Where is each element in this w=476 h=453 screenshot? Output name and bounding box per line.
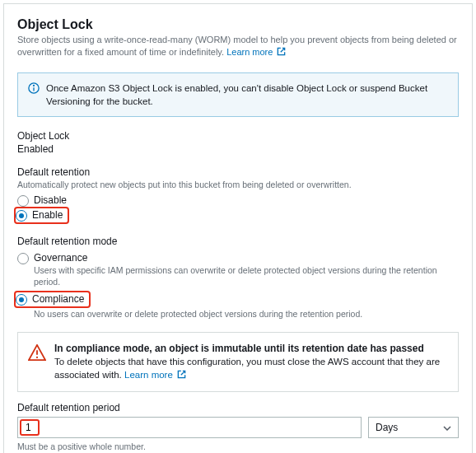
warning-body-text: To delete objects that have this configu… [54, 357, 440, 380]
radio-icon [16, 294, 27, 306]
warning-learn-more-link[interactable]: Learn more [124, 370, 186, 380]
object-lock-status-value: Enabled [17, 143, 459, 155]
highlight-enable: Enable [14, 207, 69, 224]
info-alert: Once Amazon S3 Object Lock is enabled, y… [17, 72, 459, 117]
warning-body: To delete objects that have this configu… [54, 355, 448, 381]
retention-unit-select[interactable]: Days [368, 417, 459, 438]
warning-icon [28, 344, 46, 381]
page-title: Object Lock [17, 17, 459, 32]
retention-disable-radio[interactable]: Disable [17, 194, 459, 207]
info-icon [28, 82, 40, 108]
radio-label: Governance [34, 252, 87, 264]
retention-period-input-remainder[interactable] [40, 419, 359, 436]
object-lock-status-label: Object Lock [17, 130, 459, 142]
radio-icon [17, 195, 29, 207]
warning-content: In compliance mode, an object is immutab… [54, 343, 448, 381]
object-lock-panel: Object Lock Store objects using a write-… [3, 3, 473, 453]
learn-more-link[interactable]: Learn more [226, 47, 286, 57]
retention-unit-value: Days [376, 422, 398, 433]
mode-compliance-desc: No users can overwrite or delete protect… [34, 309, 459, 320]
radio-icon [17, 253, 29, 264]
default-retention-desc: Automatically protect new objects put in… [17, 180, 459, 189]
radio-label: Disable [34, 194, 67, 206]
radio-label: Enable [32, 209, 63, 221]
retention-period-helper: Must be a positive whole number. [17, 441, 459, 451]
highlight-compliance: Compliance [14, 291, 91, 308]
highlight-period-value [20, 419, 40, 436]
mode-governance-desc: Users with specific IAM permissions can … [34, 265, 459, 287]
radio-icon [16, 210, 27, 222]
svg-point-4 [36, 357, 38, 358]
retention-period-input[interactable] [24, 421, 35, 434]
page-subtitle: Store objects using a write-once-read-ma… [17, 34, 459, 59]
learn-more-label: Learn more [226, 47, 273, 57]
warning-learn-more-label: Learn more [124, 370, 173, 380]
mode-compliance-radio[interactable]: Compliance [16, 293, 84, 306]
retention-period-row: Days [17, 417, 459, 438]
warning-title: In compliance mode, an object is immutab… [54, 343, 448, 354]
retention-period-label: Default retention period [17, 402, 459, 413]
compliance-warning: In compliance mode, an object is immutab… [17, 332, 459, 392]
external-link-icon [177, 370, 186, 379]
retention-mode-label: Default retention mode [17, 236, 459, 247]
svg-point-2 [34, 85, 35, 86]
retention-period-input-wrap[interactable] [17, 417, 362, 438]
default-retention-label: Default retention [17, 166, 459, 178]
mode-governance-radio[interactable]: Governance [17, 252, 459, 264]
chevron-down-icon [443, 422, 451, 433]
retention-enable-radio[interactable]: Enable [16, 209, 63, 222]
radio-label: Compliance [32, 293, 84, 305]
info-text: Once Amazon S3 Object Lock is enabled, y… [46, 82, 448, 108]
external-link-icon [277, 47, 286, 56]
